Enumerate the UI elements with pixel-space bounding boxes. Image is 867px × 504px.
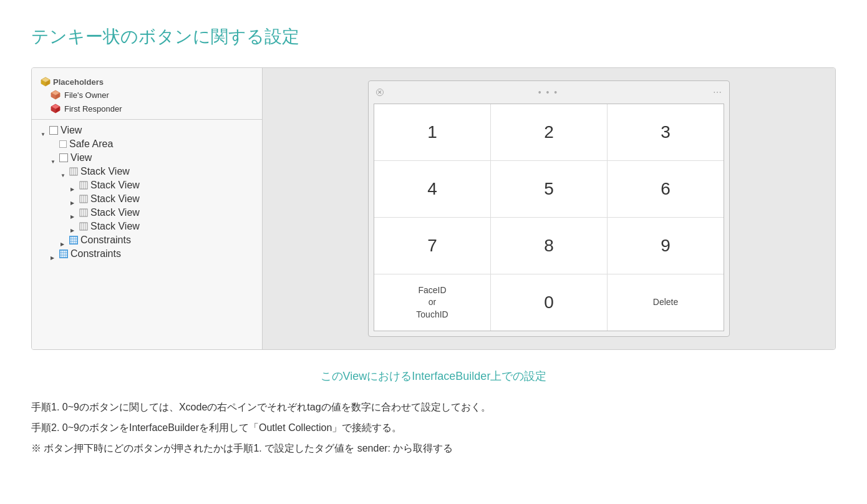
disclosure-sv4[interactable] — [70, 223, 77, 230]
ib-preview: ✕ • • • ⋯ 1 2 3 4 5 6 7 8 9 FaceIDorTouc… — [263, 68, 835, 349]
nav-item-constraints-root[interactable]: Constraints — [32, 247, 262, 261]
nav-item-first-responder[interactable]: First Responder — [32, 102, 262, 115]
body-line-2: 手順2. 0~9のボタンをInterfaceBuilderを利用して「Outle… — [31, 419, 836, 437]
numpad-cell-2[interactable]: 2 — [491, 104, 607, 160]
constraints-root-icon — [59, 250, 68, 258]
numpad-cell-9[interactable]: 9 — [608, 218, 724, 274]
body-text: 手順1. 0~9のボタンに関しては、Xcodeの右ペインでそれぞれtagの値を数… — [31, 399, 836, 457]
view-child-label: View — [70, 152, 92, 163]
nav-item-view-child[interactable]: View — [32, 151, 262, 165]
constraints-child-icon — [69, 236, 78, 245]
disclosure-view-child[interactable] — [51, 155, 57, 161]
nav-item-stackview-4[interactable]: Stack View — [32, 220, 262, 233]
placeholders-label: Placeholders — [53, 77, 104, 87]
files-owner-label: File's Owner — [64, 90, 109, 100]
body-line-3: ※ ボタン押下時にどのボタンが押されたかは手順1. で設定したタグ値を send… — [31, 440, 836, 458]
disclosure-stackview-root[interactable] — [61, 168, 67, 175]
sim-dots-right: ⋯ — [713, 87, 722, 97]
ib-panel: Placeholders File's Owner — [31, 67, 836, 350]
placeholders-section: Placeholders — [32, 75, 262, 88]
numpad-cell-3[interactable]: 3 — [608, 104, 724, 160]
stackview-4-icon — [79, 222, 88, 231]
numpad-cell-5[interactable]: 5 — [491, 161, 607, 217]
constraints-child-label: Constraints — [80, 235, 131, 246]
stackview-1-icon — [79, 181, 88, 190]
numpad-cell-8[interactable]: 8 — [491, 218, 607, 274]
nav-divider — [32, 119, 262, 120]
stackview-3-icon — [79, 208, 88, 217]
constraints-root-label: Constraints — [70, 248, 121, 259]
view-root-label: View — [61, 125, 82, 136]
body-line-1: 手順1. 0~9のボタンに関しては、Xcodeの右ペインでそれぞれtagの値を数… — [31, 399, 836, 417]
disclosure-sv3[interactable] — [70, 210, 77, 216]
safe-area-icon — [59, 140, 67, 148]
numpad-cell-faceid[interactable]: FaceIDorTouchID — [374, 274, 490, 331]
nav-item-stackview-2[interactable]: Stack View — [32, 192, 262, 206]
numpad-cell-0[interactable]: 0 — [491, 274, 607, 331]
nav-item-stackview-1[interactable]: Stack View — [32, 178, 262, 192]
stackview-icon — [69, 167, 78, 176]
simulator-window: ✕ • • • ⋯ 1 2 3 4 5 6 7 8 9 FaceIDorTouc… — [368, 80, 730, 337]
safe-area-label: Safe Area — [69, 138, 113, 150]
nav-item-files-owner[interactable]: File's Owner — [32, 88, 262, 102]
nav-item-safe-area[interactable]: Safe Area — [32, 137, 262, 151]
disclosure-constraints-child[interactable] — [61, 237, 67, 243]
nav-item-stackview-3[interactable]: Stack View — [32, 206, 262, 220]
numpad-cell-1[interactable]: 1 — [374, 104, 490, 160]
numpad-cell-7[interactable]: 7 — [374, 218, 490, 274]
first-responder-label: First Responder — [64, 104, 122, 114]
numpad-cell-6[interactable]: 6 — [608, 161, 724, 217]
stackview-2-label: Stack View — [90, 193, 140, 205]
nav-item-view-root[interactable]: View — [32, 124, 262, 137]
nav-item-constraints-child[interactable]: Constraints — [32, 233, 262, 247]
stackview-4-label: Stack View — [90, 221, 140, 232]
files-owner-icon — [51, 90, 61, 100]
view-icon — [49, 126, 58, 135]
numpad-grid: 1 2 3 4 5 6 7 8 9 FaceIDorTouchID 0 Dele… — [374, 104, 724, 331]
view-child-icon — [59, 153, 68, 162]
stackview-root-label: Stack View — [80, 166, 130, 177]
ib-navigator: Placeholders File's Owner — [32, 68, 263, 349]
disclosure-view-root[interactable] — [41, 127, 47, 133]
first-responder-icon — [51, 104, 61, 114]
stackview-3-label: Stack View — [90, 207, 140, 218]
stackview-2-icon — [79, 195, 88, 203]
sim-close-button[interactable]: ✕ — [376, 89, 384, 96]
disclosure-sv2[interactable] — [70, 196, 77, 202]
sim-dots-center: • • • — [538, 87, 558, 97]
section-subtitle: このViewにおけるInterfaceBuilder上での設定 — [31, 369, 836, 384]
numpad-cell-delete[interactable]: Delete — [608, 274, 724, 331]
nav-item-stackview-root[interactable]: Stack View — [32, 165, 262, 178]
simulator-titlebar: ✕ • • • ⋯ — [374, 86, 724, 99]
placeholders-icon — [41, 77, 51, 87]
page-title: テンキー状のボタンに関する設定 — [31, 25, 836, 49]
disclosure-constraints-root[interactable] — [51, 251, 57, 257]
numpad-cell-4[interactable]: 4 — [374, 161, 490, 217]
disclosure-sv1[interactable] — [70, 182, 77, 188]
stackview-1-label: Stack View — [90, 180, 140, 191]
